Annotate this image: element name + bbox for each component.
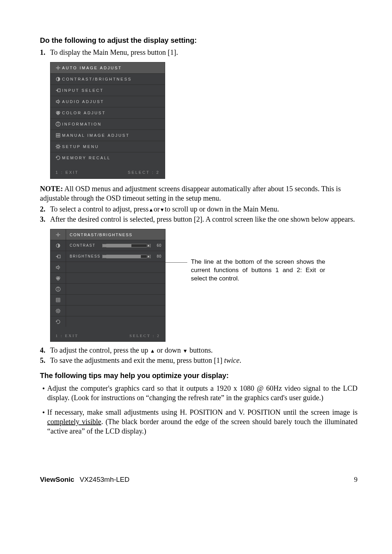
osd-item-label: MANUAL IMAGE ADJUST [62, 133, 161, 138]
footer-brand: ViewSonic [40, 476, 74, 483]
svg-point-0 [57, 67, 59, 69]
up-arrow-icon [148, 205, 154, 213]
section-heading-tips: The following tips may help you optimize… [40, 372, 358, 380]
note: NOTE: All OSD menus and adjustment scree… [40, 184, 358, 203]
brightness-slider[interactable]: ▼ ▲ [102, 255, 151, 258]
auto-image-adjust-icon [55, 232, 61, 238]
audio-icon [54, 99, 62, 104]
footer-model: VX2453mh-LED [79, 476, 129, 483]
svg-point-19 [58, 287, 58, 288]
step-4: 4. To adjust the control, press the up o… [40, 345, 358, 355]
osd-item-label: INPUT SELECT [62, 88, 161, 93]
slider-label: CONTRAST [70, 243, 102, 247]
step-5: 5. To save the adjustments and exit the … [40, 356, 358, 365]
page-footer: ViewSonic VX2453mh-LED 9 [40, 476, 358, 484]
manual-image-adjust-icon [54, 132, 62, 138]
svg-rect-2 [58, 89, 60, 92]
tip-1: Adjust the computer's graphics card so t… [40, 383, 358, 402]
osd-item-auto-image-adjust[interactable]: AUTO IMAGE ADJUST [50, 62, 165, 74]
contrast-icon [54, 76, 62, 82]
osd-footer-exit: 1 : EXIT [56, 333, 78, 338]
color-adjust-icon [55, 275, 61, 281]
gear-icon [55, 308, 61, 314]
svg-point-11 [57, 234, 59, 235]
info-icon [55, 286, 61, 292]
up-arrow-icon [150, 346, 155, 354]
osd-sidebar [50, 229, 66, 327]
svg-rect-13 [58, 255, 60, 258]
step-1: 1. To display the Main Menu, press butto… [40, 48, 358, 57]
osd-item-manual-image-adjust[interactable]: MANUAL IMAGE ADJUST [50, 130, 165, 141]
slider-label: BRIGHTNESS [70, 254, 102, 258]
osd-item-label: COLOR ADJUST [62, 111, 161, 115]
osd-item-label: AUTO IMAGE ADJUST [62, 66, 161, 70]
osd-item-information[interactable]: INFORMATION [50, 119, 165, 130]
osd-item-memory-recall[interactable]: MEMORY RECALL [50, 152, 165, 163]
osd-item-input-select[interactable]: INPUT SELECT [50, 85, 165, 96]
osd-sub-header: CONTRAST/BRIGHTNESS [66, 229, 165, 240]
callout-leader-line [166, 262, 187, 263]
recall-icon [54, 155, 62, 161]
input-select-icon [55, 254, 61, 259]
osd-item-label: SETUP MENU [62, 144, 161, 149]
osd-item-contrast-brightness[interactable]: CONTRAST/BRIGHTNESS [50, 74, 165, 85]
section-heading-adjust: Do the following to adjust the display s… [40, 36, 358, 45]
audio-icon [55, 264, 61, 270]
step-2: 2. To select a control to adjust, presso… [40, 204, 358, 214]
osd-item-label: AUDIO ADJUST [62, 99, 161, 104]
osd-item-setup-menu[interactable]: SETUP MENU [50, 141, 165, 152]
step-3: 3. After the desired control is selected… [40, 214, 358, 224]
input-select-icon [54, 87, 62, 93]
info-icon [54, 121, 62, 127]
osd-item-audio-adjust[interactable]: AUDIO ADJUST [50, 96, 165, 107]
svg-point-21 [57, 310, 59, 312]
contrast-icon [55, 243, 61, 249]
osd-item-label: MEMORY RECALL [62, 156, 161, 160]
svg-point-10 [57, 145, 59, 148]
recall-icon [55, 319, 61, 325]
contrast-slider-row[interactable]: CONTRAST ▼ ▲ 60 [66, 240, 165, 251]
osd-footer-select: SELECT : 2 [130, 333, 160, 338]
tip-2: If necessary, make small adjustments usi… [40, 407, 358, 436]
callout-text: The line at the bottom of the screen sho… [191, 258, 325, 283]
color-adjust-icon [54, 110, 62, 116]
osd-footer: 1 : EXIT SELECT : 2 [50, 163, 165, 178]
osd-sub-footer: 1 : EXIT SELECT : 2 [50, 327, 165, 341]
contrast-slider[interactable]: ▼ ▲ [102, 244, 151, 247]
page-number: 9 [354, 476, 358, 484]
manual-image-adjust-icon [55, 297, 61, 303]
auto-image-adjust-icon [54, 65, 62, 71]
brightness-slider-row[interactable]: BRIGHTNESS ▼ ▲ 80 [66, 251, 165, 262]
slider-value: 60 [151, 243, 162, 247]
gear-icon [54, 144, 62, 149]
osd-footer-select: SELECT : 2 [128, 170, 160, 175]
osd-footer-exit: 1 : EXIT [56, 170, 79, 175]
osd-item-color-adjust[interactable]: COLOR ADJUST [50, 107, 165, 119]
osd-main-menu: AUTO IMAGE ADJUST CONTRAST/BRIGHTNESS IN… [50, 62, 165, 179]
down-arrow-icon [160, 205, 165, 213]
svg-point-8 [58, 123, 58, 123]
osd-item-label: INFORMATION [62, 122, 161, 126]
slider-value: 80 [151, 254, 162, 258]
osd-item-label: CONTRAST/BRIGHTNESS [62, 77, 161, 81]
down-arrow-icon [183, 346, 188, 354]
osd-contrast-brightness-panel: CONTRAST/BRIGHTNESS CONTRAST ▼ ▲ 60 BRIG… [50, 229, 166, 342]
